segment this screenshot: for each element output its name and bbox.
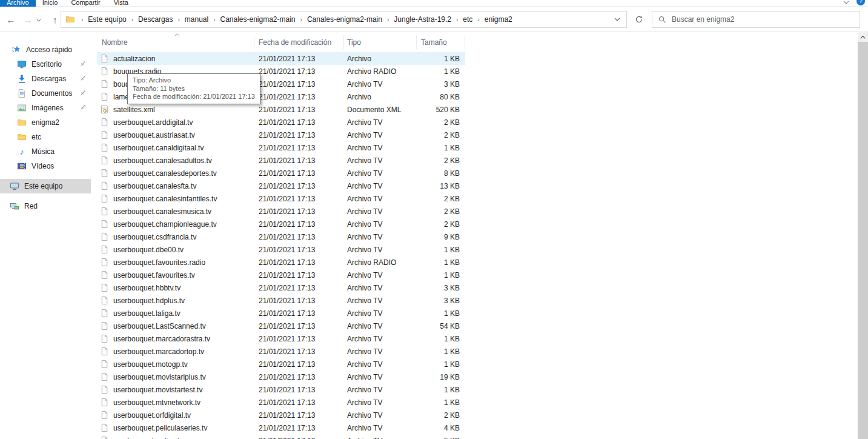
sidebar-item-enigma2[interactable]: enigma2 bbox=[0, 115, 91, 130]
file-row[interactable]: userbouquet.mtvnetwork.tv21/01/2021 17:1… bbox=[97, 396, 465, 409]
file-type: Archivo TV bbox=[344, 80, 417, 89]
pin-icon[interactable] bbox=[79, 60, 87, 68]
search-icon bbox=[658, 15, 666, 24]
toolbar-divider bbox=[0, 32, 868, 32]
file-row[interactable]: userbouquet.marcadorastra.tv21/01/2021 1… bbox=[97, 332, 465, 345]
file-row[interactable]: satellites.xml21/01/2021 17:13Documento … bbox=[97, 103, 465, 116]
file-icon bbox=[100, 245, 109, 254]
file-row[interactable]: userbouquet.championleague.tv21/01/2021 … bbox=[97, 218, 465, 230]
file-row[interactable]: userbouquet.canalesdeportes.tv21/01/2021… bbox=[97, 167, 465, 179]
address-dropdown-icon[interactable] bbox=[608, 12, 626, 27]
file-row[interactable]: userbouquet.canalesinfantiles.tv21/01/20… bbox=[97, 192, 465, 205]
sidebar-item-documentos[interactable]: Documentos bbox=[0, 86, 91, 101]
sidebar-item-videos[interactable]: Vídeos bbox=[0, 159, 91, 173]
sidebar-item-descargas[interactable]: Descargas bbox=[0, 72, 91, 86]
column-header-tipo[interactable]: Tipo bbox=[344, 35, 417, 49]
expand-ribbon-icon[interactable] bbox=[843, 1, 849, 4]
forward-button[interactable]: → bbox=[19, 15, 36, 25]
menu-tab-archivo[interactable]: Archivo bbox=[0, 0, 36, 7]
search-input[interactable] bbox=[672, 15, 854, 24]
breadcrumb-item[interactable]: Canales-enigma2-main bbox=[306, 15, 383, 24]
file-row[interactable]: userbouquet.motogp.tv21/01/2021 17:13Arc… bbox=[97, 358, 465, 370]
address-bar[interactable]: ›Este equipo›Descargas›manual›Canales-en… bbox=[61, 11, 627, 28]
file-row[interactable]: userbouquet.hdplus.tv21/01/2021 17:13Arc… bbox=[97, 294, 465, 307]
file-icon bbox=[100, 79, 109, 89]
file-icon bbox=[100, 130, 109, 139]
column-header-tamano[interactable]: Tamaño bbox=[417, 35, 465, 49]
file-row[interactable]: userbouquet.hbbtv.tv21/01/2021 17:13Arch… bbox=[97, 281, 465, 294]
file-date: 21/01/2021 17:13 bbox=[254, 207, 344, 216]
file-row[interactable]: userbouquet.radios.tv21/01/2021 17:13Arc… bbox=[97, 434, 465, 439]
file-size: 1 KB bbox=[417, 246, 465, 254]
back-button[interactable]: ← bbox=[2, 15, 19, 25]
breadcrumb: ›Este equipo›Descargas›manual›Canales-en… bbox=[77, 15, 513, 24]
file-name: userbouquet.LastScanned.tv bbox=[113, 322, 206, 330]
help-icon[interactable]: ? bbox=[856, 0, 865, 5]
file-row[interactable]: userbouquet.arddigital.tv21/01/2021 17:1… bbox=[97, 116, 465, 129]
column-header-fecha[interactable]: Fecha de modificación bbox=[254, 35, 344, 49]
file-icon bbox=[100, 54, 109, 63]
menu-tab-compartir[interactable]: Compartir bbox=[64, 0, 107, 7]
sidebar-item-acceso-rapido[interactable]: Acceso rápido bbox=[0, 42, 91, 57]
file-size: 1 KB bbox=[417, 258, 465, 267]
sidebar-item-este-equipo[interactable]: Este equipo bbox=[0, 179, 91, 193]
file-row[interactable]: userbouquet.canalesadultos.tv21/01/2021 … bbox=[97, 154, 465, 167]
scrollbar-up-icon[interactable] bbox=[858, 32, 868, 42]
history-dropdown-icon[interactable] bbox=[36, 17, 47, 22]
file-row[interactable]: userbouquet.canalesmusica.tv21/01/2021 1… bbox=[97, 205, 465, 218]
breadcrumb-item[interactable]: manual bbox=[184, 15, 209, 24]
breadcrumb-separator-icon: › bbox=[127, 16, 137, 23]
file-row[interactable]: userbouquet.marcadortop.tv21/01/2021 17:… bbox=[97, 345, 465, 358]
file-row[interactable]: userbouquet.csdfrancia.tv21/01/2021 17:1… bbox=[97, 230, 465, 243]
breadcrumb-separator-icon: › bbox=[173, 16, 184, 23]
breadcrumb-item[interactable]: Descargas bbox=[137, 15, 173, 24]
vertical-scrollbar[interactable] bbox=[858, 32, 868, 439]
file-type: Archivo TV bbox=[344, 347, 417, 356]
sidebar-item-etc[interactable]: etc bbox=[0, 130, 91, 144]
file-row[interactable]: userbouquet.favourites.radio21/01/2021 1… bbox=[97, 256, 465, 269]
menu-tab-vista[interactable]: Vista bbox=[107, 0, 135, 7]
pin-icon[interactable] bbox=[79, 89, 87, 97]
menu-tab-inicio[interactable]: Inicio bbox=[36, 0, 65, 7]
column-header-nombre[interactable]: Nombre bbox=[97, 35, 254, 49]
scrollbar-thumb[interactable] bbox=[858, 42, 868, 439]
file-row[interactable]: userbouquet.dbe00.tv21/01/2021 17:13Arch… bbox=[97, 243, 465, 256]
file-row[interactable]: actualizacion21/01/2021 17:13Archivo1 KB bbox=[97, 52, 465, 65]
pin-icon[interactable] bbox=[79, 104, 87, 112]
file-row[interactable]: userbouquet.peliculaseries.tv21/01/2021 … bbox=[97, 421, 465, 434]
file-row[interactable]: userbouquet.movistartest.tv21/01/2021 17… bbox=[97, 383, 465, 396]
file-date: 21/01/2021 17:13 bbox=[254, 233, 344, 241]
file-row[interactable]: userbouquet.canalesfta.tv21/01/2021 17:1… bbox=[97, 179, 465, 192]
file-row[interactable]: userbouquet.movistariplus.tv21/01/2021 1… bbox=[97, 370, 465, 383]
file-size: 13 KB bbox=[417, 182, 465, 190]
pin-icon[interactable] bbox=[79, 75, 87, 82]
breadcrumb-item[interactable]: Este equipo bbox=[87, 15, 127, 24]
file-row[interactable]: userbouquet.LastScanned.tv21/01/2021 17:… bbox=[97, 320, 465, 332]
sidebar-item-musica[interactable]: ♪Música bbox=[0, 144, 91, 159]
breadcrumb-item[interactable]: enigma2 bbox=[484, 15, 513, 24]
sidebar-item-imagenes[interactable]: Imágenes bbox=[0, 101, 91, 115]
sidebar: Acceso rápidoEscritorioDescargasDocument… bbox=[0, 32, 91, 439]
file-size: 1 KB bbox=[417, 271, 465, 280]
file-row[interactable]: userbouquet.austriasat.tv21/01/2021 17:1… bbox=[97, 129, 465, 141]
file-name: userbouquet.canalesfta.tv bbox=[113, 182, 196, 190]
file-size: 2 KB bbox=[417, 118, 465, 127]
file-row[interactable]: userbouquet.canaldigitaal.tv21/01/2021 1… bbox=[97, 141, 465, 154]
breadcrumb-separator-icon: › bbox=[296, 16, 306, 23]
file-icon bbox=[100, 207, 109, 216]
file-icon bbox=[100, 423, 109, 432]
refresh-button[interactable] bbox=[631, 11, 648, 28]
breadcrumb-item[interactable]: Canales-enigma2-main bbox=[219, 15, 296, 24]
file-list: actualizacion21/01/2021 17:13Archivo1 KB… bbox=[97, 52, 465, 439]
file-date: 21/01/2021 17:13 bbox=[254, 246, 344, 254]
breadcrumb-item[interactable]: Jungle-Astra-19.2 bbox=[393, 15, 452, 24]
file-row[interactable]: userbouquet.orfdigital.tv21/01/2021 17:1… bbox=[97, 409, 465, 421]
file-type: Archivo TV bbox=[344, 398, 417, 407]
file-name: userbouquet.hbbtv.tv bbox=[113, 284, 181, 292]
sidebar-item-red[interactable]: Red bbox=[0, 199, 91, 213]
sidebar-item-escritorio[interactable]: Escritorio bbox=[0, 57, 91, 72]
file-row[interactable]: userbouquet.favourites.tv21/01/2021 17:1… bbox=[97, 269, 465, 281]
file-size: 80 KB bbox=[417, 93, 465, 101]
file-row[interactable]: userbouquet.laliga.tv21/01/2021 17:13Arc… bbox=[97, 307, 465, 320]
breadcrumb-item[interactable]: etc bbox=[462, 15, 473, 24]
